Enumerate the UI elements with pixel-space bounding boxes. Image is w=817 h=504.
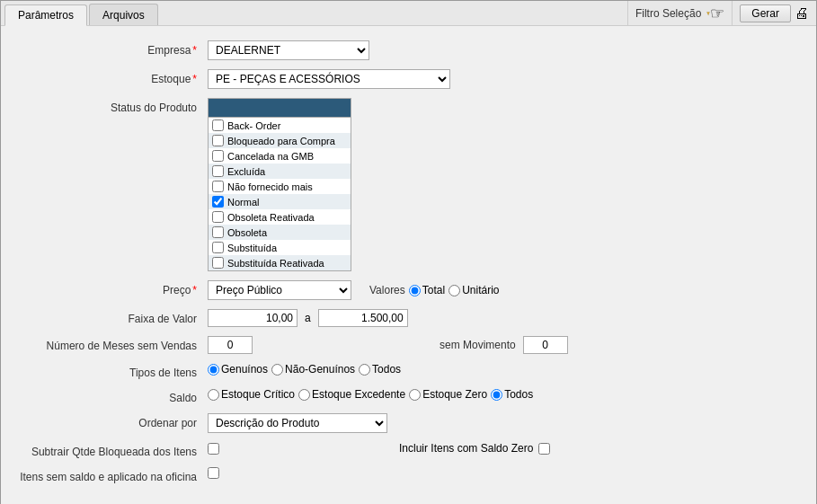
checkbox-normal[interactable]: [212, 196, 224, 208]
radio-naogenuinos-label[interactable]: Não-Genuínos: [271, 363, 355, 376]
radio-critico-label[interactable]: Estoque Crítico: [208, 388, 295, 401]
checkbox-naofornecido[interactable]: [212, 181, 224, 192]
faixa-min-input[interactable]: [208, 309, 297, 327]
ordenar-control: Descrição do Produto: [208, 413, 798, 433]
radio-todos-saldo-label[interactable]: Todos: [491, 388, 533, 401]
list-item: Bloqueado para Compra: [209, 133, 351, 148]
checkbox-obsoleta-reativada[interactable]: [212, 211, 224, 223]
subtrair-checkbox[interactable]: [208, 443, 219, 455]
checkbox-substituida-reativada[interactable]: [212, 257, 224, 269]
meses-input[interactable]: [208, 336, 253, 354]
radio-todos-saldo[interactable]: [491, 389, 502, 401]
status-substituida-label: Substituída: [227, 243, 277, 253]
estoque-row: Estoque* PE - PEÇAS E ACESSÓRIOS: [19, 69, 798, 89]
radio-genuinos-text: Genuínos: [221, 363, 268, 376]
list-item: Substituída: [209, 240, 351, 255]
status-label: Status do Produto: [19, 98, 208, 114]
ordenar-row: Ordenar por Descrição do Produto: [19, 413, 798, 433]
status-list: Back- Order Bloqueado para Compra Cancel…: [208, 118, 351, 271]
radio-zero-label[interactable]: Estoque Zero: [409, 388, 487, 401]
filter-icon[interactable]: ☞: [706, 5, 724, 22]
valores-label: Valores: [369, 284, 405, 296]
tab-arquivos[interactable]: Arquivos: [89, 4, 158, 25]
itens-saldo-label: Itens sem saldo e aplicado na oficina: [19, 467, 208, 483]
meses-label: Número de Meses sem Vendas: [19, 336, 208, 352]
radio-unitario[interactable]: [448, 285, 460, 296]
checkbox-cancelada[interactable]: [212, 150, 224, 162]
sem-movimento-input[interactable]: [523, 336, 568, 354]
radio-naogenuinos-text: Não-Genuínos: [285, 363, 355, 376]
radio-zero-text: Estoque Zero: [422, 388, 487, 401]
radio-genuinos[interactable]: [208, 364, 219, 376]
status-normal-label: Normal: [227, 197, 259, 208]
tab-parametros[interactable]: Parâmetros: [4, 4, 87, 26]
checkbox-bloqueado[interactable]: [212, 135, 224, 146]
list-item: Cancelada na GMB: [209, 148, 351, 164]
tabs-container: Parâmetros Arquivos: [1, 1, 627, 25]
incluir-label: Incluir Itens com Saldo Zero: [399, 442, 533, 455]
status-backorder-label: Back- Order: [227, 120, 280, 131]
faixa-max-input[interactable]: [318, 309, 408, 327]
subtrair-control: Incluir Itens com Saldo Zero: [208, 442, 798, 455]
gerar-section: Gerar 🖨: [732, 1, 816, 25]
radio-naogenuinos[interactable]: [271, 364, 283, 376]
estoque-select[interactable]: PE - PEÇAS E ACESSÓRIOS: [208, 69, 450, 89]
saldo-label: Saldo: [19, 388, 208, 404]
radio-todos-tipos-label[interactable]: Todos: [359, 363, 401, 376]
status-dropdown[interactable]: [208, 98, 351, 118]
ordenar-select[interactable]: Descrição do Produto: [208, 413, 387, 433]
valores-section: Valores Total Unitário: [369, 284, 500, 296]
empresa-row: Empresa* DEALERNET: [19, 40, 798, 60]
status-obsoleta-label: Obsoleta: [227, 227, 267, 238]
preco-label: Preço*: [19, 280, 208, 296]
radio-critico[interactable]: [208, 389, 219, 401]
faixa-label: Faixa de Valor: [19, 309, 208, 325]
tipos-label: Tipos de Itens: [19, 363, 208, 379]
status-substituida-reativada-label: Substituída Reativada: [227, 258, 324, 269]
list-item: Obsoleta: [209, 225, 351, 240]
radio-excedente[interactable]: [298, 389, 310, 401]
valores-radio-group: Total Unitário: [409, 284, 500, 296]
checkbox-obsoleta[interactable]: [212, 226, 224, 238]
preco-row: Preço* Preço Público Valores Total: [19, 280, 798, 300]
checkbox-backorder[interactable]: [212, 119, 224, 131]
itens-saldo-checkbox[interactable]: [208, 467, 219, 479]
radio-excedente-label[interactable]: Estoque Excedente: [298, 388, 405, 401]
radio-zero[interactable]: [409, 389, 421, 401]
empresa-label: Empresa*: [19, 40, 208, 57]
estoque-label: Estoque*: [19, 69, 208, 85]
gerar-button[interactable]: Gerar: [740, 4, 791, 22]
checkbox-excluida[interactable]: [212, 165, 224, 177]
list-item: Excluída: [209, 164, 351, 179]
radio-genuinos-label[interactable]: Genuínos: [208, 363, 268, 376]
meses-control: sem Movimento: [208, 336, 798, 354]
filtro-label: Filtro Seleção: [635, 7, 701, 20]
faixa-a-label: a: [305, 312, 311, 324]
sem-movimento-label: sem Movimento: [440, 339, 516, 351]
list-item: Não fornecido mais: [209, 179, 351, 194]
subtrair-row: Subtrair Qtde Bloqueada dos Itens Inclui…: [19, 442, 798, 458]
radio-total-text: Total: [422, 284, 445, 296]
empresa-select[interactable]: DEALERNET: [208, 40, 369, 60]
radio-total-label[interactable]: Total: [409, 284, 445, 296]
status-obsoleta-reativada-label: Obsoleta Reativada: [227, 212, 315, 223]
itens-saldo-row: Itens sem saldo e aplicado na oficina: [19, 467, 798, 483]
list-item: Back- Order: [209, 118, 351, 133]
checkbox-substituida[interactable]: [212, 242, 224, 253]
meses-row: Número de Meses sem Vendas sem Movimento: [19, 336, 798, 354]
status-excluida-label: Excluída: [227, 166, 265, 177]
printer-icon[interactable]: 🖨: [795, 5, 809, 22]
radio-unitario-label[interactable]: Unitário: [448, 284, 499, 296]
saldo-row: Saldo Estoque Crítico Estoque Excedente …: [19, 388, 798, 404]
faixa-row: Faixa de Valor a: [19, 309, 798, 327]
preco-select[interactable]: Preço Público: [208, 280, 351, 300]
incluir-checkbox[interactable]: [538, 443, 550, 455]
faixa-control: a: [208, 309, 798, 327]
radio-critico-text: Estoque Crítico: [221, 388, 295, 401]
list-item: Normal: [209, 194, 351, 209]
radio-total[interactable]: [409, 285, 421, 296]
empresa-control: DEALERNET: [208, 40, 798, 60]
radio-todos-tipos[interactable]: [359, 364, 370, 376]
list-item: Substituída Reativada: [209, 255, 351, 270]
status-header[interactable]: [209, 99, 351, 117]
